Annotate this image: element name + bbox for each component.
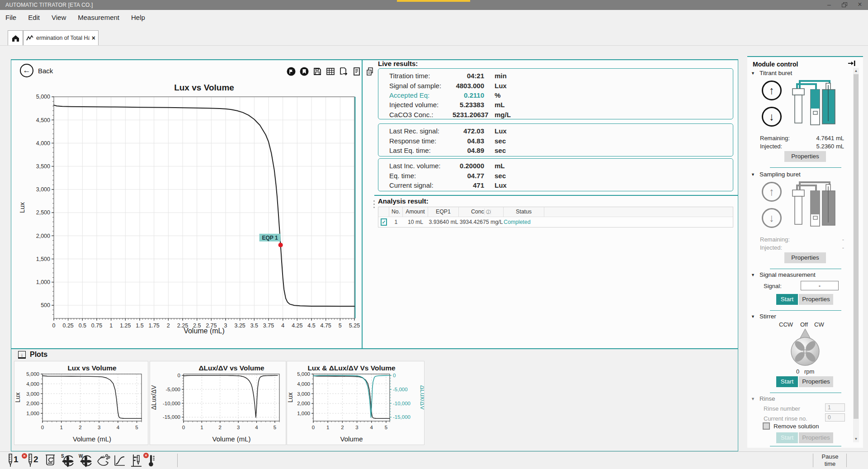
svg-text:5,000: 5,000 — [26, 371, 39, 377]
cell-eqp1: 3.93640 mL — [428, 219, 459, 225]
svg-text:5.25: 5.25 — [349, 322, 360, 329]
section-signal-measurement[interactable]: ▼ Signal measurement — [751, 271, 816, 278]
svg-text:S: S — [61, 454, 64, 459]
titrant-down-button[interactable]: ↓ — [762, 107, 782, 127]
menu-measurement[interactable]: Measurement — [78, 14, 119, 21]
module-scrollbar[interactable]: ▲ ▼ — [853, 68, 859, 442]
stirrer-w-icon[interactable]: W — [78, 453, 92, 468]
buret-1-number: 1 — [14, 455, 19, 464]
svg-text:1: 1 — [109, 322, 113, 329]
sampling-down-button[interactable]: ↓ — [762, 208, 782, 228]
svg-text:-15,000: -15,000 — [393, 414, 410, 420]
stirrer-ccw-label: CCW — [779, 321, 793, 328]
sampling-buret-icon — [791, 179, 839, 235]
svg-text:1,000: 1,000 — [36, 279, 50, 285]
titrant-properties-button[interactable]: Properties — [784, 151, 826, 162]
scroll-down-icon[interactable]: ▼ — [853, 437, 859, 441]
flag-circle-icon[interactable] — [286, 66, 297, 77]
menu-view[interactable]: View — [52, 14, 66, 21]
lr-unit: Lux — [484, 82, 534, 90]
status-bar: 1 × 2 S W × - °C Pause time 0:00 min — [0, 451, 868, 469]
svg-text:4,000: 4,000 — [297, 381, 310, 387]
lr-value: 5231.20637 — [453, 111, 484, 118]
plots-title: Plots — [30, 351, 47, 359]
stirrer-knob[interactable] — [789, 328, 821, 368]
export-icon[interactable] — [338, 66, 349, 77]
lr-label: Titration time: — [389, 72, 453, 80]
svg-text:0: 0 — [178, 373, 180, 378]
sampling-properties-button[interactable]: Properties — [784, 252, 826, 263]
copy-page-icon[interactable] — [364, 66, 375, 77]
cell-conc: 3934.42675 mg/L — [459, 219, 504, 225]
current-rinse-input[interactable] — [825, 413, 845, 422]
rinse-start-button[interactable]: Start — [776, 432, 798, 443]
lr-value: 5.23383 — [453, 101, 484, 109]
wash-hands-icon[interactable] — [96, 453, 110, 468]
save-icon[interactable] — [312, 66, 323, 77]
scroll-up-icon[interactable]: ▲ — [853, 69, 859, 73]
header-status[interactable]: Status — [504, 207, 544, 217]
live-results-group-2: Last Rec. signal:472.03Lux Response time… — [378, 123, 733, 156]
dock-icon[interactable] — [848, 60, 856, 68]
row-checkbox[interactable]: ✓ — [381, 218, 387, 226]
titration-stand-ic+on[interactable] — [129, 453, 144, 468]
pin-circle-icon[interactable] — [299, 66, 310, 77]
lr-label: Eq. time: — [389, 172, 453, 180]
table-row[interactable]: ✓ 1 10 mL 3.93640 mL 3934.42675 mg/L Com… — [378, 217, 733, 227]
plots-collapse-icon[interactable]: ↓ — [18, 351, 26, 359]
lr-value: 04:21 — [453, 72, 484, 80]
sampling-up-button[interactable]: ↑ — [762, 182, 782, 202]
titrant-up-button[interactable]: ↑ — [762, 81, 782, 100]
tab-close-icon[interactable]: × — [92, 34, 95, 42]
close-button[interactable]: × — [853, 0, 867, 10]
signal-properties-button[interactable]: Properties — [799, 294, 833, 305]
svg-text:500: 500 — [41, 302, 50, 308]
lr-label: Last Eq. time: — [389, 147, 453, 154]
scrollbar-thumb[interactable] — [854, 74, 859, 419]
report-icon[interactable] — [351, 66, 362, 77]
analysis-title: Analysis result: — [378, 197, 429, 205]
svg-text:-10,000: -10,000 — [163, 401, 180, 406]
section-sampling-buret[interactable]: ▼ Sampling buret — [751, 171, 801, 178]
section-titrant-buret[interactable]: ▼ Titrant buret — [751, 70, 792, 76]
section-rinse[interactable]: ▼ Rinse — [751, 395, 775, 402]
remove-solution-checkbox[interactable] — [763, 422, 770, 430]
tab-home[interactable] — [8, 30, 23, 45]
svg-text:EQP 1: EQP 1 — [262, 235, 278, 241]
stirrer-s-icon[interactable]: S — [60, 453, 74, 468]
beaker-cycle-icon[interactable] — [43, 453, 58, 468]
tab-document[interactable]: ermination of Total Hardness × — [23, 30, 99, 45]
svg-text:1: 1 — [200, 425, 203, 430]
menu-help[interactable]: Help — [131, 14, 145, 21]
menu-edit[interactable]: Edit — [28, 14, 40, 21]
titration-curve-icon[interactable] — [112, 453, 127, 468]
thermometer-icon[interactable]: × — [145, 453, 159, 468]
svg-text:2: 2 — [167, 322, 170, 329]
current-rinse-label: Current rinse no. — [764, 415, 807, 422]
lr-unit: Lux — [484, 127, 534, 135]
header-conc[interactable]: Conc ⓘ — [459, 207, 504, 217]
section-stirrer[interactable]: ▼ Stirrer — [751, 313, 776, 320]
minimize-button[interactable]: – — [822, 0, 836, 10]
signal-start-button[interactable]: Start — [776, 294, 798, 305]
signal-input[interactable] — [801, 281, 839, 290]
svg-text:1.25: 1.25 — [120, 322, 131, 329]
back-button[interactable]: ← Back — [20, 64, 53, 77]
restore-button[interactable] — [837, 0, 852, 10]
table-icon[interactable] — [325, 66, 336, 77]
window-title: AUTOMATIC TITRATOR [ETA CO.] — [5, 2, 93, 8]
rinse-properties-button[interactable]: Properties — [799, 432, 833, 443]
header-eqp1[interactable]: EQP1 — [428, 207, 459, 217]
svg-text:4,000: 4,000 — [36, 140, 50, 147]
down-arrow-icon: ↓ — [769, 110, 774, 123]
svg-text:5,000: 5,000 — [297, 371, 310, 377]
stirrer-properties-button[interactable]: Properties — [799, 376, 833, 387]
svg-text:3,000: 3,000 — [26, 391, 39, 397]
rinse-number-input[interactable] — [825, 403, 845, 412]
menu-file[interactable]: File — [5, 14, 16, 21]
svg-text:1,500: 1,500 — [36, 256, 50, 262]
header-no[interactable]: No. — [389, 207, 403, 217]
svg-text:1,000: 1,000 — [297, 411, 310, 416]
stirrer-start-button[interactable]: Start — [776, 376, 798, 387]
header-amount[interactable]: Amount — [403, 207, 428, 217]
